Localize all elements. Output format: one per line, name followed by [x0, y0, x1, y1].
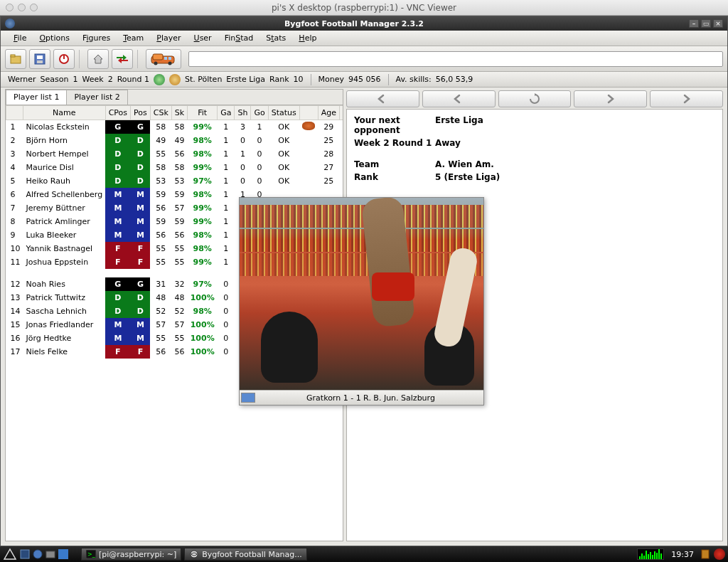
nav-prev-button[interactable] [422, 90, 496, 107]
vnc-window-title: pi's X desktop (raspberrypi:1) - VNC Vie… [0, 3, 728, 13]
status-money-label: Money [318, 75, 344, 84]
col-header[interactable]: Go [251, 106, 268, 120]
status-round: 1 [144, 75, 149, 84]
col-header[interactable]: Sh [235, 106, 251, 120]
status-team: Werner [8, 75, 36, 84]
taskbar[interactable]: >_ [pi@raspberrypi: ~] Bygfoot Football … [0, 546, 728, 562]
toolbar [1, 46, 727, 72]
svg-rect-12 [164, 57, 167, 60]
app-title: Bygfoot Football Manager 2.3.2 [19, 19, 689, 28]
match-score: Gratkorn 1 - 1 R. B. Jun. Salzburg [258, 393, 483, 403]
col-header[interactable]: Ga [218, 106, 235, 120]
svg-point-11 [168, 61, 172, 65]
nav-reload-button[interactable] [498, 90, 572, 107]
style-icon[interactable] [154, 74, 165, 85]
col-header[interactable]: Fit [188, 106, 218, 120]
menu-file[interactable]: File [8, 32, 32, 44]
svg-rect-9 [153, 54, 163, 60]
open-button[interactable] [5, 49, 26, 69]
player-row[interactable]: 4Maurice DislDD585899%100OK2762 [6, 161, 343, 174]
info-when-value: Away [435, 138, 715, 148]
menu-options[interactable]: Options [33, 32, 75, 44]
col-header[interactable] [6, 106, 23, 120]
show-desktop-icon[interactable] [20, 549, 30, 559]
cpu-graph-icon[interactable] [637, 548, 664, 560]
menu-finstad[interactable]: FinStad [219, 32, 259, 44]
save-button[interactable] [29, 49, 50, 69]
info-opponent-label: Your next opponent [354, 115, 432, 135]
next-week-button[interactable] [146, 49, 181, 69]
player-row[interactable]: 5Heiko RauhDD535397%100OK2561 [6, 174, 343, 188]
col-header[interactable]: Status [268, 106, 299, 120]
quit-button[interactable] [53, 49, 75, 69]
app-titlebar[interactable]: Bygfoot Football Manager 2.3.2 – ▭ × [1, 16, 727, 31]
menubar[interactable]: File Options Figures Team Player User Fi… [1, 31, 727, 46]
taskbar-app[interactable]: Bygfoot Football Manag... [184, 548, 307, 561]
svg-text:>_: >_ [87, 551, 96, 558]
svg-rect-1 [11, 55, 15, 57]
mac-traffic-lights[interactable] [6, 4, 38, 11]
player-row[interactable]: 3Norbert HempelDD555698%110OK2858 [6, 147, 343, 161]
menu-figures[interactable]: Figures [77, 32, 116, 44]
power-icon[interactable] [714, 548, 725, 560]
message-input[interactable] [188, 51, 723, 67]
nav-back-button[interactable] [346, 90, 419, 107]
nav-forward-button[interactable] [650, 90, 723, 107]
start-menu-icon[interactable] [3, 548, 17, 561]
info-rank-label: Rank [354, 172, 432, 182]
minimize-button[interactable]: – [689, 19, 699, 28]
col-header[interactable]: Name [23, 106, 106, 120]
maximize-button[interactable]: ▭ [701, 19, 711, 28]
status-week-label: Week [82, 75, 104, 84]
status-avskills-label: Av. skills: [396, 75, 432, 84]
menu-player[interactable]: Player [151, 32, 186, 44]
lock-icon[interactable] [701, 549, 711, 559]
browser-icon[interactable] [33, 549, 43, 559]
taskbar-app-label: Bygfoot Football Manag... [202, 550, 302, 559]
window-buttons[interactable]: – ▭ × [689, 19, 723, 28]
info-toolbar [346, 89, 723, 109]
status-avskills: 56,0 53,9 [436, 75, 473, 84]
menu-user[interactable]: User [188, 32, 218, 44]
close-button[interactable]: × [713, 19, 723, 28]
menu-stats[interactable]: Stats [260, 32, 291, 44]
taskbar-terminal[interactable]: >_ [pi@raspberrypi: ~] [81, 548, 181, 561]
svg-rect-16 [21, 550, 29, 558]
nav-next-button[interactable] [574, 90, 647, 107]
filemanager-icon[interactable] [46, 549, 55, 559]
status-round-label: Round [117, 75, 142, 84]
player-row[interactable]: 1Nicolas EcksteinGG585899%131OK2964 [6, 120, 343, 134]
boost-icon[interactable] [169, 74, 181, 85]
desktop-area: Bygfoot Football Manager 2.3.2 – ▭ × Fil… [0, 16, 728, 562]
info-team-value: A. Wien Am. [435, 159, 715, 169]
col-header[interactable] [299, 106, 318, 120]
info-rank-value: 5 (Erste Liga) [435, 172, 715, 182]
live-match-footer: Gratkorn 1 - 1 R. B. Jun. Salzburg [240, 390, 483, 405]
menu-team[interactable]: Team [117, 32, 149, 44]
svg-rect-4 [37, 60, 43, 63]
status-city: St. Pölten [185, 75, 222, 84]
menu-help[interactable]: Help [293, 32, 322, 44]
match-progress-bar [241, 393, 255, 403]
svg-rect-18 [46, 551, 55, 558]
live-match-popup[interactable]: Gratkorn 1 - 1 R. B. Jun. Salzburg [239, 197, 484, 405]
player-row[interactable]: 2Björn HornDD494998%100OK2561 [6, 134, 343, 147]
status-season: 1 [73, 75, 78, 84]
col-header[interactable]: CSk [150, 106, 171, 120]
home-button[interactable] [87, 49, 109, 69]
svg-marker-15 [4, 549, 16, 559]
status-week: 2 [108, 75, 113, 84]
col-header[interactable]: Sk [171, 106, 187, 120]
tab-player-list-1[interactable]: Player list 1 [6, 90, 67, 105]
info-when-label: Week 2 Round 1 [354, 138, 432, 148]
status-league: Erste Liga [226, 75, 265, 84]
svg-rect-13 [168, 57, 171, 60]
col-header[interactable]: Etal [340, 106, 343, 120]
col-header[interactable]: Pos [131, 106, 151, 120]
taskbar-clock[interactable]: 19:37 [667, 550, 698, 559]
transfers-button[interactable] [112, 49, 133, 69]
pager-icon[interactable] [58, 549, 68, 559]
tab-player-list-2[interactable]: Player list 2 [66, 90, 127, 105]
col-header[interactable]: Age [318, 106, 339, 120]
col-header[interactable]: CPos [105, 106, 130, 120]
